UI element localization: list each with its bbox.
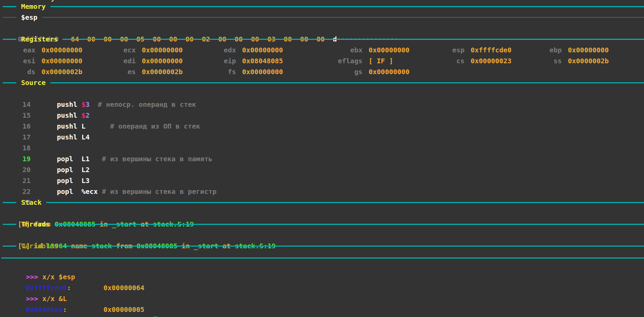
registers-row-2: esi0x00000000 edi0x00000000 eip0x0804808…	[1, 55, 644, 66]
registers-row-3: ds0x0000002b es0x0000002b fs0x00000000 g…	[1, 66, 644, 77]
registers-section-divider: Registers	[1, 34, 644, 45]
register-eflags: eflags[ IF ]	[321, 55, 393, 66]
gdb-console[interactable]: >>> x/x $esp 0xffffcde0:0x00000064 >>> x…	[1, 261, 644, 315]
stack-frame-row: [0] from 0x08048085 in _start at stack.S…	[1, 208, 644, 219]
dashboard-bottom-divider	[1, 257, 644, 258]
divider-dash	[50, 6, 644, 7]
register-cs: cs0x00000023	[425, 55, 511, 66]
register-ebp: ebp0x00000000	[525, 45, 609, 55]
register-esp: esp0xffffcde0	[425, 45, 511, 55]
register-ebx: ebx0x00000000	[321, 45, 409, 55]
divider-dash	[3, 39, 16, 40]
divider-dash	[50, 82, 644, 83]
section-title-threads: Threads	[21, 219, 50, 230]
section-title-registers: Registers	[21, 34, 58, 45]
threads-section-divider: Threads	[1, 219, 644, 230]
examine-output-line: 0x80490a4:0x00000005	[1, 293, 644, 304]
thread-row: [1] id 13964 name stack from 0x08048085 …	[1, 230, 644, 240]
stack-section-divider: Stack	[1, 197, 644, 208]
register-esi: esi0x00000000	[1, 55, 82, 66]
source-line: 21popl L3	[1, 164, 644, 175]
register-ecx: ecx0x00000000	[102, 45, 183, 55]
divider-dash	[3, 6, 16, 7]
divider-dash	[3, 246, 16, 247]
divider-dash	[46, 202, 644, 203]
register-ss: ss0x0000002b	[525, 55, 609, 66]
variables-section-divider: Variables	[1, 240, 644, 251]
memory-watch-divider: $esp	[1, 12, 644, 23]
register-fs: fs0x00000000	[202, 66, 283, 77]
memory-dump-row: 0xffffcde064 00 00 00 05 00 00 00 02 00 …	[1, 23, 644, 34]
examine-output-line: 0xffffcde0:0x00000064	[1, 271, 644, 282]
console-input-line[interactable]: >>> dashboard memory watch $esp	[1, 304, 644, 315]
memory-watch-expression: $esp	[21, 12, 37, 23]
source-line-current: 19popl L1 # из вершины стека в память	[1, 143, 644, 153]
divider-dash	[63, 246, 644, 247]
section-title-memory: Memory	[21, 1, 46, 12]
source-section-divider: Source	[1, 77, 644, 88]
source-line: 15pushl $2	[1, 99, 644, 110]
register-edx: edx0x00000000	[202, 45, 283, 55]
register-gs: gs0x00000000	[321, 66, 409, 77]
section-title-stack: Stack	[21, 197, 41, 208]
source-line: 20popl L2	[1, 153, 644, 164]
register-ds: ds0x0000002b	[1, 66, 82, 77]
register-eax: eax0x00000000	[1, 45, 82, 55]
divider-dash	[3, 17, 16, 18]
divider-dash	[54, 224, 644, 225]
register-es: es0x0000002b	[102, 66, 183, 77]
source-line: 17pushl L4	[1, 121, 644, 132]
gdb-dashboard-terminal: y Memory $esp 0xffffcde064 00 00 00 05 0…	[0, 0, 644, 317]
divider-dash	[3, 202, 16, 203]
section-title-variables: Variables	[21, 240, 58, 251]
register-edi: edi0x00000000	[102, 55, 183, 66]
source-line: 18	[1, 132, 644, 143]
source-line: 14pushl $3 # непоср. операнд в стек	[1, 88, 644, 99]
dashboard-bottom-gap	[1, 251, 644, 257]
section-title-source: Source	[21, 77, 46, 88]
divider-dash	[3, 82, 16, 83]
registers-row-1: eax0x00000000 ecx0x00000000 edx0x0000000…	[1, 45, 644, 55]
register-eip: eip0x08048085	[202, 55, 283, 66]
divider-dash	[63, 39, 644, 40]
divider-dash	[42, 17, 644, 18]
memory-section-divider: Memory	[1, 1, 644, 12]
console-command-line: >>> x/x &L	[1, 282, 644, 293]
source-line: 23	[1, 186, 644, 197]
console-command-line: >>> x/x $esp	[1, 261, 644, 271]
source-line: 16pushl L # операнд из ОП в стек	[1, 110, 644, 121]
divider-dash	[3, 224, 16, 225]
source-line: 22popl %ecx # из вершины стека в регистр	[1, 175, 644, 186]
